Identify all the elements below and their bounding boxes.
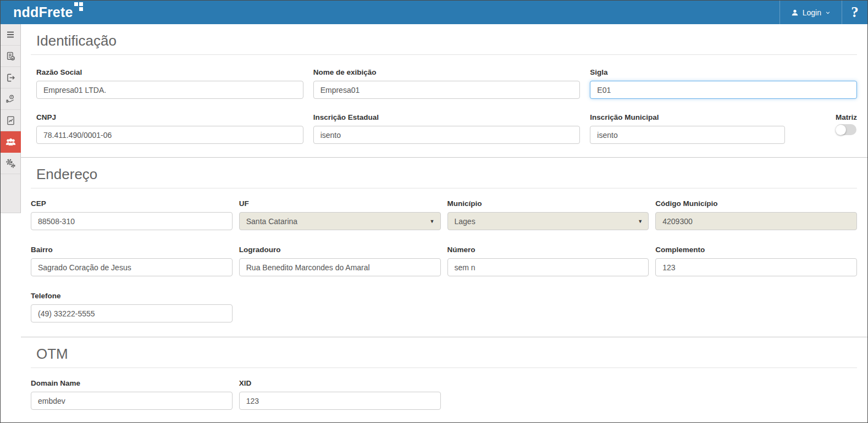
- sidebar-item-settings[interactable]: [1, 153, 20, 174]
- brand-squares-icon: [74, 2, 83, 11]
- document-check-icon: [5, 51, 16, 62]
- domain-name-input[interactable]: [31, 392, 233, 410]
- logradouro-input[interactable]: [239, 258, 441, 276]
- sidebar-item-billing[interactable]: [1, 88, 20, 110]
- field-sigla: Sigla: [590, 68, 857, 99]
- section-endereco: Endereço CEP UF Santa Catarina ▼ Municíp…: [21, 157, 867, 337]
- user-icon: [791, 9, 799, 16]
- uf-select-value: Santa Catarina: [246, 217, 297, 226]
- sidebar: [1, 24, 21, 213]
- razao-social-label: Razão Social: [36, 68, 303, 76]
- section-otm: OTM Domain Name XID: [21, 337, 867, 412]
- inscricao-municipal-label: Inscrição Municipal: [590, 113, 785, 121]
- login-label: Login: [803, 8, 821, 17]
- section-title-otm: OTM: [31, 337, 857, 368]
- telefone-label: Telefone: [31, 292, 233, 300]
- settings-icon: [5, 158, 16, 169]
- toggle-knob: [836, 125, 846, 135]
- field-logradouro: Logradouro: [239, 246, 441, 276]
- companies-icon: [5, 136, 16, 148]
- field-codigo-municipio: Código Município: [655, 199, 857, 230]
- sidebar-item-companies[interactable]: [1, 131, 21, 153]
- municipio-select-value: Lages: [455, 217, 476, 226]
- dropdown-arrow-icon: ▼: [430, 219, 435, 224]
- menu-icon: [5, 30, 15, 40]
- section-identificacao: Identificação Razão Social Nome de exibi…: [21, 24, 867, 157]
- cnpj-label: CNPJ: [36, 113, 303, 121]
- field-domain-name: Domain Name: [31, 379, 233, 410]
- sidebar-item-reports[interactable]: [1, 110, 20, 131]
- chevron-down-icon: [825, 10, 831, 15]
- section-title-identificacao: Identificação: [31, 24, 857, 55]
- complemento-input[interactable]: [655, 258, 857, 276]
- numero-label: Número: [447, 246, 649, 254]
- cep-label: CEP: [31, 199, 233, 208]
- field-municipio: Município Lages ▼: [447, 199, 649, 230]
- complemento-label: Complemento: [655, 246, 857, 254]
- sigla-input[interactable]: [590, 81, 857, 99]
- field-matriz: Matriz: [836, 113, 857, 135]
- sigla-label: Sigla: [590, 68, 857, 76]
- logradouro-label: Logradouro: [239, 246, 441, 254]
- inscricao-municipal-input[interactable]: [590, 126, 785, 144]
- field-razao-social: Razão Social: [36, 68, 303, 99]
- codigo-municipio-input: [655, 212, 857, 230]
- cnpj-input[interactable]: [36, 126, 303, 144]
- uf-select[interactable]: Santa Catarina ▼: [239, 212, 441, 230]
- field-numero: Número: [447, 246, 649, 276]
- field-inscricao-estadual: Inscrição Estadual: [313, 113, 580, 144]
- domain-name-label: Domain Name: [31, 379, 233, 387]
- municipio-label: Município: [447, 199, 649, 208]
- brand-logo[interactable]: nddFrete: [1, 5, 83, 20]
- inscricao-estadual-input[interactable]: [313, 126, 580, 144]
- field-cep: CEP: [31, 199, 233, 230]
- matriz-label: Matriz: [836, 113, 857, 121]
- codigo-municipio-label: Código Município: [655, 199, 857, 208]
- matriz-toggle[interactable]: [836, 124, 856, 135]
- numero-input[interactable]: [447, 258, 649, 276]
- logout-icon: [5, 73, 16, 83]
- login-menu[interactable]: Login: [779, 1, 842, 24]
- main-content: Identificação Razão Social Nome de exibi…: [21, 24, 867, 423]
- sidebar-item-documents[interactable]: [1, 46, 20, 67]
- cep-input[interactable]: [31, 212, 233, 230]
- xid-label: XID: [239, 379, 441, 387]
- municipio-select[interactable]: Lages ▼: [447, 212, 649, 230]
- help-button[interactable]: ?: [842, 1, 867, 24]
- field-complemento: Complemento: [655, 246, 857, 276]
- inscricao-estadual-label: Inscrição Estadual: [313, 113, 580, 121]
- sidebar-item-export[interactable]: [1, 67, 20, 88]
- top-bar: nddFrete Login ?: [1, 1, 867, 24]
- nome-exibicao-label: Nome de exibição: [313, 68, 580, 76]
- dropdown-arrow-icon: ▼: [638, 219, 643, 224]
- razao-social-input[interactable]: [36, 81, 303, 99]
- payment-icon: [5, 94, 16, 104]
- field-uf: UF Santa Catarina ▼: [239, 199, 441, 230]
- field-telefone: Telefone: [31, 292, 233, 322]
- field-bairro: Bairro: [31, 246, 233, 276]
- field-cnpj: CNPJ: [36, 113, 303, 144]
- xid-input[interactable]: [239, 392, 441, 410]
- nome-exibicao-input[interactable]: [313, 81, 580, 99]
- bairro-input[interactable]: [31, 258, 233, 276]
- field-xid: XID: [239, 379, 441, 410]
- report-icon: [5, 115, 16, 126]
- field-nome-exibicao: Nome de exibição: [313, 68, 580, 99]
- section-title-endereco: Endereço: [31, 158, 857, 188]
- brand-text: nddFrete: [13, 5, 73, 20]
- uf-label: UF: [239, 199, 441, 208]
- sidebar-item-menu[interactable]: [1, 24, 20, 46]
- bairro-label: Bairro: [31, 246, 233, 254]
- field-inscricao-municipal: Inscrição Municipal: [590, 113, 785, 144]
- telefone-input[interactable]: [31, 304, 233, 322]
